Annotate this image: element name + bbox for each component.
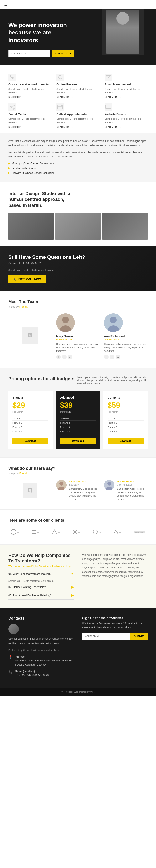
team-section: Meet The Team Image by Freepik 🖼 Mary Br… <box>0 291 156 368</box>
team-twitter-1[interactable]: t <box>110 354 114 359</box>
service-item-0: Our call service world quality Sample te… <box>8 73 51 98</box>
testimonials-subtitle: Image by Freepik <box>8 472 148 475</box>
svg-text:CO: CO <box>98 531 101 533</box>
service-title-4: Calls & Appointments <box>56 113 99 116</box>
svg-point-40 <box>74 531 76 533</box>
contacts-section: Contacts Use our contact form for all in… <box>0 608 156 688</box>
contacts-subinfo: Feel free to get in touch with us via em… <box>8 649 74 652</box>
plan-features-1: 75 Users Feature 2 Feature 3 Feature 4 <box>60 416 96 434</box>
plan-button-0[interactable]: Download <box>12 438 49 444</box>
plan-button-1[interactable]: Download <box>60 438 96 444</box>
free-call-button[interactable]: 📞 FREE CALL NOW <box>8 276 46 283</box>
team-placeholder: 🖼 <box>8 313 52 360</box>
plan-button-2[interactable]: Download <box>107 438 144 444</box>
faq-item-text-1: 02. House Painting Essentials? <box>8 585 46 589</box>
team-grid: 🖼 Mary Brown LOREM IPSUM Quis amet molli… <box>8 313 148 360</box>
test-name-0: Cilia Ahmeds <box>69 480 100 483</box>
faq-list: 01. What is all that you are looking? ▼ … <box>8 570 74 599</box>
newsletter-desc: Want to be the first to read our news? S… <box>82 622 148 629</box>
pricing-title: Pricing options for all budgets <box>8 376 75 381</box>
team-avatar-img-1 <box>104 313 123 332</box>
faq-chevron-2: ▶ <box>71 593 74 597</box>
studio-image-1 <box>8 213 54 240</box>
hero-form: CONTACT US <box>8 50 148 57</box>
test-placeholder-img: 🖼 <box>8 480 52 501</box>
svg-text:CO: CO <box>37 531 40 533</box>
team-role-0: LOREM IPSUM <box>56 338 100 341</box>
svg-rect-1 <box>56 73 64 81</box>
svg-text:COMPANY: COMPANY <box>135 531 143 533</box>
team-freepik-link[interactable]: Freepik <box>19 305 28 308</box>
newsletter-submit-button[interactable]: SUBMIT <box>130 633 148 640</box>
hero-section: We power innovation because we are innov… <box>0 9 156 65</box>
plan-0: Standart $29 Per Month 75 Users Feature … <box>8 391 53 449</box>
test-role-0: Secretary <box>69 484 100 486</box>
service-link-3[interactable]: READ MORE → <box>8 126 25 128</box>
team-social-1: f t in <box>104 354 148 359</box>
service-link-1[interactable]: READ MORE → <box>56 96 73 98</box>
plan-name-1: Advanced <box>60 396 96 399</box>
list-item-2: Harvard Business School Collection <box>8 172 148 175</box>
team-twitter-0[interactable]: t <box>62 354 67 359</box>
team-linkedin-1[interactable]: in <box>115 354 120 359</box>
service-desc-4: Sample text. Click to select the Text El… <box>56 117 99 124</box>
text-para-1: Amet luctus venenatis lectus magna fring… <box>8 139 148 148</box>
service-link-5[interactable]: READ MORE → <box>105 126 122 128</box>
team-desc-1: Quis amet mollis tristique mauris arcu i… <box>104 342 148 353</box>
team-facebook-0[interactable]: f <box>56 354 61 359</box>
testimonials-title: What do our users say? <box>8 466 148 471</box>
team-avatar-0 <box>56 313 75 332</box>
client-logo-2: CO <box>49 528 66 536</box>
testimonials-freepik-link[interactable]: Freepik <box>19 472 28 475</box>
service-link-2[interactable]: READ MORE → <box>105 96 122 98</box>
svg-text:CO: CO <box>58 531 60 533</box>
team-facebook-1[interactable]: f <box>104 354 109 359</box>
text-para-2: Nec feugiat nisl pretium fusce id. Justo… <box>8 150 148 159</box>
testimonial-0: Cilia Ahmeds Secretary Sample text. Clic… <box>56 480 100 501</box>
plan-features-0: 75 Users Feature 2 Feature 3 Feature 4 <box>12 416 49 434</box>
svg-point-25 <box>110 317 117 323</box>
svg-text:CO: CO <box>17 531 19 533</box>
location-icon: 📍 <box>8 655 12 659</box>
plan-2: Complite $59 Per Month 75 Users Feature … <box>103 391 148 449</box>
team-title: Meet The Team <box>8 299 148 304</box>
svg-rect-6 <box>8 103 16 111</box>
faq-headline: How Do We Help Companies To Transform? <box>8 553 74 564</box>
plan-name-2: Complite <box>107 396 144 399</box>
phone-contact-icon: 📞 <box>8 670 12 674</box>
newsletter-email-input[interactable] <box>82 633 130 640</box>
svg-point-33 <box>11 529 16 534</box>
clients-section: Here are some of our clients CO CO CO CO… <box>0 509 156 544</box>
test-role-1: Chief Annotator <box>117 484 148 486</box>
pricing-desc: Lorem ipsum dolor sit amet, consectetur … <box>77 376 148 385</box>
team-linkedin-0[interactable]: in <box>68 354 72 359</box>
faq-item-0[interactable]: 01. What is all that you are looking? ▼ <box>8 570 74 578</box>
service-link-0[interactable]: READ MORE → <box>8 96 25 98</box>
studio-image-2 <box>55 213 101 240</box>
studio-images <box>8 213 148 240</box>
cta-subline: Call us Tel: +1 888 525 32 32 <box>8 262 148 265</box>
service-title-3: Social Media <box>8 113 51 116</box>
test-text-1: Sample text. Click to select the text Bo… <box>117 487 148 501</box>
faq-item-2[interactable]: 03. Plan Ahead For Home Painting? ▶ <box>8 591 74 599</box>
team-name-1: Ann Richmond <box>104 335 148 338</box>
service-desc-1: Sample text. Click to select the Text El… <box>56 87 99 94</box>
plan-features-2: 75 Users Feature 2 Feature 3 Feature 4 <box>107 416 144 434</box>
faq-item-1[interactable]: 02. House Painting Essentials? ▶ <box>8 583 74 591</box>
svg-point-31 <box>107 482 111 486</box>
svg-point-22 <box>62 317 69 323</box>
studio-headline: Interior Design Studio with a human cent… <box>8 191 75 209</box>
hero-content: We power innovation because we are innov… <box>8 22 148 57</box>
contacts-left: Contacts Use our contact form for all in… <box>8 616 74 680</box>
service-link-4[interactable]: READ MORE → <box>56 126 73 128</box>
svg-rect-42 <box>93 530 97 534</box>
plan-period-1: Per Month <box>60 410 96 413</box>
list-item-1: Leading with Finance <box>8 166 148 170</box>
testimonials-section: What do our users say? Image by Freepik … <box>0 458 156 509</box>
service-item-2: Email Management Sample text. Click to s… <box>105 73 148 98</box>
hamburger-icon[interactable]: ☰ <box>4 2 7 7</box>
newsletter-form: SUBMIT <box>82 633 148 640</box>
email-input[interactable] <box>8 50 50 57</box>
contact-us-button[interactable]: CONTACT US <box>52 51 75 57</box>
svg-text:CO: CO <box>78 531 80 533</box>
